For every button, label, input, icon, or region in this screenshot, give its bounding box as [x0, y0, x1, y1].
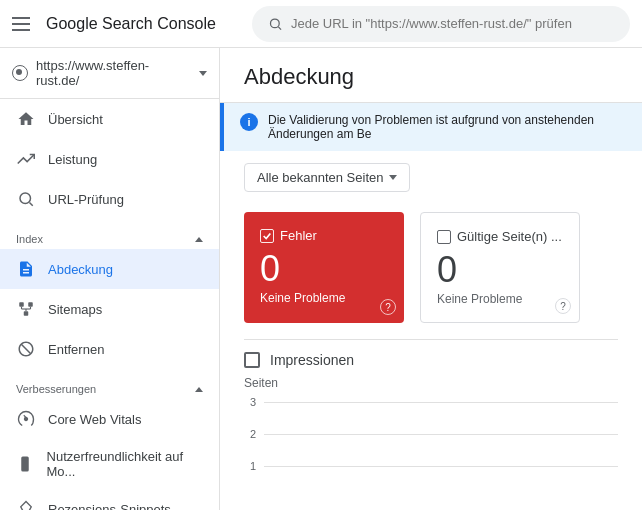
sitemaps-icon	[16, 299, 36, 319]
y-value-3: 3	[244, 396, 256, 408]
error-card-help[interactable]: ?	[380, 299, 396, 315]
chevron-down-icon	[199, 71, 207, 76]
page-title: Abdeckung	[244, 64, 618, 90]
sidebar-label-core-web-vitals: Core Web Vitals	[48, 412, 141, 427]
sidebar-item-sitemaps[interactable]: Sitemaps	[0, 289, 219, 329]
sidebar-item-url-pruefung[interactable]: URL-Prüfung	[0, 179, 219, 219]
sidebar-label-abdeckung: Abdeckung	[48, 262, 113, 277]
sidebar-label-leistung: Leistung	[48, 152, 97, 167]
sidebar: https://www.steffen-rust.de/ Übersicht L…	[0, 48, 220, 510]
y-value-2: 2	[244, 428, 256, 440]
search-bar[interactable]	[252, 6, 630, 42]
search-input[interactable]	[291, 16, 614, 31]
sidebar-item-leistung[interactable]: Leistung	[0, 139, 219, 179]
index-section-label: Index	[0, 219, 219, 249]
logo-text: Google Search Console	[46, 15, 216, 33]
site-selector[interactable]: https://www.steffen-rust.de/	[0, 48, 219, 99]
svg-rect-13	[22, 457, 30, 472]
sidebar-item-abdeckung[interactable]: Abdeckung	[0, 249, 219, 289]
search-icon	[268, 16, 283, 32]
verbesserungen-chevron-icon	[195, 387, 203, 392]
svg-line-1	[278, 26, 281, 29]
chart-y-label: Seiten	[244, 376, 618, 390]
gauge-icon	[16, 409, 36, 429]
valid-checkbox-icon	[437, 230, 451, 244]
svg-point-0	[270, 19, 279, 28]
sidebar-label-uebersicht: Übersicht	[48, 112, 103, 127]
svg-point-11	[25, 418, 28, 421]
site-url: https://www.steffen-rust.de/	[36, 58, 191, 88]
sidebar-item-core-web-vitals[interactable]: Core Web Vitals	[0, 399, 219, 439]
error-card[interactable]: Fehler 0 Keine Probleme ?	[244, 212, 404, 323]
chart-container: 3 2 1	[244, 394, 618, 474]
error-card-number: 0	[260, 251, 388, 287]
chart-area: Seiten 3 2 1	[220, 376, 642, 490]
sidebar-label-url-pruefung: URL-Prüfung	[48, 192, 124, 207]
sidebar-item-uebersicht[interactable]: Übersicht	[0, 99, 219, 139]
home-icon	[16, 109, 36, 129]
sidebar-label-nutzerfreundlichkeit: Nutzerfreundlichkeit auf Mo...	[47, 449, 203, 479]
svg-rect-4	[19, 302, 24, 307]
error-checkbox-icon	[260, 229, 274, 243]
sidebar-item-entfernen[interactable]: Entfernen	[0, 329, 219, 369]
filter-chevron-icon	[389, 175, 397, 180]
info-banner-text: Die Validierung von Problemen ist aufgru…	[268, 113, 626, 141]
info-banner: i Die Validierung von Problemen ist aufg…	[220, 103, 642, 151]
impressionen-header: Impressionen	[244, 339, 618, 376]
diamond-icon	[16, 499, 36, 510]
svg-point-2	[20, 193, 31, 204]
valid-card-number: 0	[437, 252, 563, 288]
header-left: Google Search Console	[12, 12, 232, 36]
sidebar-item-rezensions-snippets[interactable]: Rezensions-Snippets	[0, 489, 219, 510]
svg-line-12	[24, 415, 26, 417]
menu-icon[interactable]	[12, 12, 36, 36]
content-area: Abdeckung i Die Validierung von Probleme…	[220, 48, 642, 510]
valid-card-help[interactable]: ?	[555, 298, 571, 314]
site-icon	[12, 65, 28, 81]
valid-card-title: Gültige Seite(n) ...	[437, 229, 563, 244]
valid-card-subtitle: Keine Probleme	[437, 292, 563, 306]
content-header: Abdeckung	[220, 48, 642, 103]
top-header: Google Search Console	[0, 0, 642, 48]
filter-select[interactable]: Alle bekannten Seiten	[244, 163, 410, 192]
abdeckung-icon	[16, 259, 36, 279]
valid-card[interactable]: Gültige Seite(n) ... 0 Keine Probleme ?	[420, 212, 580, 323]
cards-area: Fehler 0 Keine Probleme ? Gültige Seite(…	[220, 204, 642, 339]
svg-rect-5	[28, 302, 33, 307]
svg-line-3	[29, 202, 32, 205]
sidebar-label-entfernen: Entfernen	[48, 342, 104, 357]
entfernen-icon	[16, 339, 36, 359]
trending-icon	[16, 149, 36, 169]
main-layout: https://www.steffen-rust.de/ Übersicht L…	[0, 48, 642, 510]
svg-rect-6	[24, 311, 29, 316]
sidebar-item-nutzerfreundlichkeit[interactable]: Nutzerfreundlichkeit auf Mo...	[0, 439, 219, 489]
phone-icon	[16, 454, 35, 474]
verbesserungen-section-label: Verbesserungen	[0, 369, 219, 399]
impressionen-label: Impressionen	[270, 352, 354, 368]
filter-label: Alle bekannten Seiten	[257, 170, 383, 185]
impressionen-checkbox[interactable]	[244, 352, 260, 368]
svg-marker-15	[21, 502, 32, 511]
impressionen-section: Impressionen	[220, 339, 642, 376]
filter-bar: Alle bekannten Seiten	[220, 151, 642, 204]
url-search-icon	[16, 189, 36, 209]
sidebar-label-sitemaps: Sitemaps	[48, 302, 102, 317]
y-value-1: 1	[244, 460, 256, 472]
sidebar-label-rezensions-snippets: Rezensions-Snippets	[48, 502, 171, 511]
index-chevron-icon	[195, 237, 203, 242]
error-card-subtitle: Keine Probleme	[260, 291, 388, 305]
info-icon: i	[240, 113, 258, 131]
error-card-title: Fehler	[260, 228, 388, 243]
